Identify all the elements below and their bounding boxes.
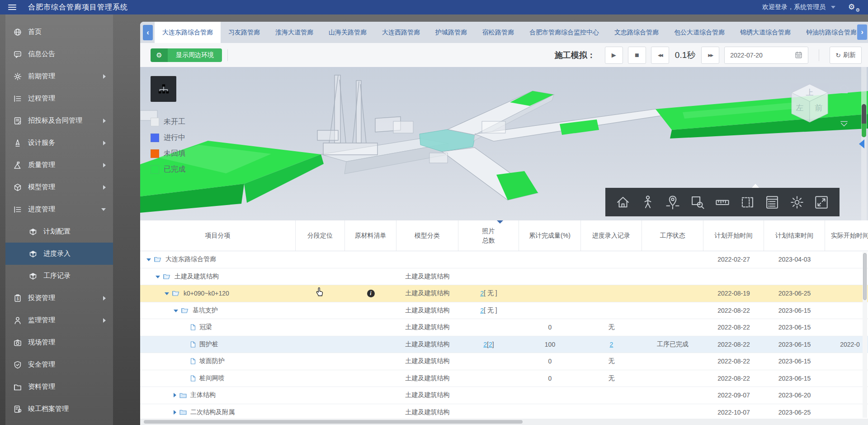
sidebar-item-pre-mgmt[interactable]: 前期管理 <box>5 65 113 87</box>
cell-name: 桩间网喷 <box>140 370 296 387</box>
viewer-scrollbar-thumb[interactable] <box>862 104 866 137</box>
sidebar-item-supervision-mgmt[interactable]: 监理管理 <box>5 309 113 331</box>
sidebar-item-design-service[interactable]: 设计服务 <box>5 132 113 154</box>
tab-hucheng[interactable]: 护城路管廊 <box>428 22 475 43</box>
tree-toggle-icon[interactable] <box>165 292 169 295</box>
date-input[interactable] <box>730 52 784 59</box>
refresh-button[interactable]: ↻ 刷新 <box>830 47 862 64</box>
tabs-scroll-right-button[interactable]: › <box>857 24 867 40</box>
table-row[interactable]: 基坑支护土建及建筑结构2 [ 无 ]2022-08-222023-06-15 <box>140 302 868 320</box>
tab-baogong[interactable]: 包公大道综合管廊 <box>666 22 732 43</box>
play-button[interactable]: ▶ <box>605 47 623 64</box>
tab-dalian-east[interactable]: 大连东路综合管廊 <box>155 22 221 43</box>
tab-xiyou[interactable]: 习友路管廊 <box>221 22 268 43</box>
tab-jinxiu[interactable]: 锦绣大道综合管廊 <box>732 22 798 43</box>
photo-count-link[interactable]: 2 <box>480 307 484 314</box>
cell-records: 无 <box>581 353 642 370</box>
tab-huaihai[interactable]: 淮海大道管廊 <box>268 22 321 43</box>
slower-button[interactable]: ◀◀ <box>651 47 669 64</box>
tree-toggle-icon[interactable] <box>146 258 151 261</box>
sidebar-item-progress-entry[interactable]: 进度录入 <box>5 243 113 265</box>
locate-tool-icon[interactable] <box>665 195 680 210</box>
stop-button[interactable]: ■ <box>628 47 646 64</box>
section-tool-icon[interactable] <box>740 195 755 210</box>
sidebar-item-model-mgmt[interactable]: 模型管理 <box>5 176 113 198</box>
record-count-link[interactable]: 2 <box>610 341 613 348</box>
tab-susong[interactable]: 宿松路管廊 <box>475 22 522 43</box>
cell-status <box>642 285 703 302</box>
sidebar-item-site-mgmt[interactable]: 现场管理 <box>5 331 113 353</box>
horizontal-scrollbar[interactable] <box>140 419 868 425</box>
sidebar-item-notice[interactable]: 信息公告 <box>5 43 113 65</box>
tree-toggle-icon[interactable] <box>174 310 178 312</box>
sidebar-item-home[interactable]: 首页 <box>5 21 113 43</box>
sidebar-item-process-record[interactable]: 工序记录 <box>5 265 113 287</box>
chevron-right-icon <box>103 185 106 190</box>
settings-tool-icon[interactable] <box>789 195 805 210</box>
table-row[interactable]: 坡面防护土建及建筑结构0无2022-08-222023-06-15 <box>140 353 868 370</box>
view-home-icon[interactable] <box>838 83 850 94</box>
photo-count-link[interactable]: 2 <box>483 341 487 348</box>
table-row[interactable]: 大连东路综合管廊2022-02-272023-04-03 <box>140 251 868 268</box>
viewer-collapse-handle[interactable] <box>496 220 504 224</box>
view-collapse-chevron-icon[interactable] <box>839 120 849 128</box>
zoom-area-tool-icon[interactable] <box>690 195 705 210</box>
settings-gears-icon[interactable]: ⚙⚙ <box>848 2 860 12</box>
model-tree-button[interactable] <box>151 76 176 102</box>
fullscreen-tool-icon[interactable] <box>814 195 829 210</box>
table-row[interactable]: 冠梁土建及建筑结构0无2022-08-222023-06-15 <box>140 319 868 336</box>
tab-monitor-center[interactable]: 合肥市管廊综合监控中心 <box>522 22 607 43</box>
faster-button[interactable]: ▶▶ <box>701 47 719 64</box>
table-scrollbar[interactable] <box>863 252 867 418</box>
sidebar-item-completion-archive[interactable]: 竣工档案管理 <box>5 398 113 420</box>
legend-swatch <box>151 118 159 126</box>
sidebar-item-investment-mgmt[interactable]: $投资管理 <box>5 287 113 309</box>
tab-wenzhong[interactable]: 文忠路综合管廊 <box>607 22 666 43</box>
tab-dalian-west[interactable]: 大连西路管廊 <box>374 22 428 43</box>
panel-expand-arrow[interactable] <box>859 139 864 148</box>
tree-toggle-icon[interactable] <box>156 276 160 278</box>
photo-count-link[interactable]: 2 <box>480 290 484 297</box>
bim-3d-viewer[interactable]: 未开工进行中未回填已完成 上 左 前 <box>140 67 868 220</box>
measure-tool-icon[interactable] <box>715 195 730 210</box>
table-row[interactable]: k0+090~k0+120i土建及建筑结构2 [ 无 ]2022-08-1920… <box>140 285 868 302</box>
simulation-date-picker[interactable] <box>724 47 808 64</box>
sidebar-item-progress-mgmt[interactable]: 进度管理 <box>5 198 113 220</box>
chevron-right-icon <box>103 74 106 79</box>
walk-tool-icon[interactable] <box>640 195 656 210</box>
sidebar-item-document-mgmt[interactable]: 资料管理 <box>5 376 113 398</box>
hamburger-menu-icon[interactable] <box>8 5 16 10</box>
cell-actual_start <box>825 251 868 268</box>
sidebar-item-quality-mgmt[interactable]: 质量管理 <box>5 154 113 176</box>
horizontal-scrollbar-thumb[interactable] <box>144 420 523 424</box>
sidebar-item-bidding-contract[interactable]: 招投标及合同管理 <box>5 110 113 132</box>
photo-count-link[interactable]: 2 <box>489 341 492 348</box>
sidebar-item-process-mgmt[interactable]: 过程管理 <box>5 87 113 110</box>
cube-face-top[interactable]: 上 <box>806 88 814 97</box>
cell-plan_end: 2023-06-15 <box>764 353 825 370</box>
material-info-icon[interactable]: i <box>367 290 375 297</box>
show-environment-button[interactable]: ⚙ 显示周边环境 <box>151 48 222 62</box>
sidebar-item-safety-mgmt[interactable]: 安全管理 <box>5 353 113 376</box>
table-scrollbar-thumb[interactable] <box>863 253 867 300</box>
tab-zhongyoufang[interactable]: 钟油坊路综合管廊 <box>798 22 856 43</box>
sidebar-item-label: 进度录入 <box>43 249 71 258</box>
tree-toggle-icon[interactable] <box>174 410 176 415</box>
table-row[interactable]: 主体结构土建及建筑结构2022-09-072023-06-20 <box>140 387 868 404</box>
home-tool-icon[interactable] <box>615 195 631 210</box>
table-row[interactable]: 围护桩土建及建筑结构2 [ 2 ]1002工序已完成2022-08-222023… <box>140 336 868 353</box>
file-icon <box>190 341 196 348</box>
cube-face-front[interactable]: 前 <box>815 104 823 112</box>
early-icon <box>14 72 22 81</box>
tabs-scroll-left-button[interactable]: ‹ <box>143 25 153 40</box>
view-cube[interactable]: 上 左 前 <box>786 81 833 128</box>
cube-face-left[interactable]: 左 <box>796 104 804 112</box>
cell-photos <box>458 387 519 404</box>
welcome-user-label[interactable]: 欢迎登录，系统管理员 <box>762 3 826 11</box>
detail-list-tool-icon[interactable] <box>764 195 780 210</box>
table-row[interactable]: 土建及建筑结构土建及建筑结构 <box>140 268 868 286</box>
tree-toggle-icon[interactable] <box>174 393 176 397</box>
table-row[interactable]: 桩间网喷土建及建筑结构0无2022-08-222023-06-15 <box>140 370 868 387</box>
tab-shanhaiguan[interactable]: 山海关路管廊 <box>321 22 374 43</box>
sidebar-item-plan-config[interactable]: 计划配置 <box>5 220 113 243</box>
